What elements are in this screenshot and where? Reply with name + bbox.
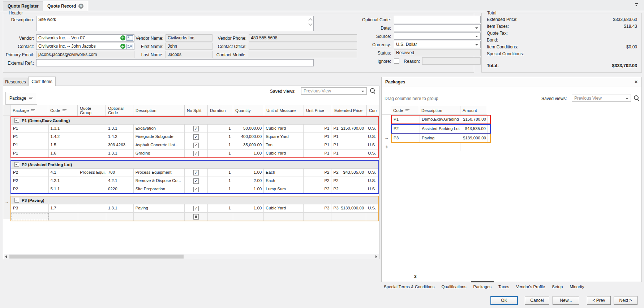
tab-packages[interactable]: Packages <box>473 285 491 289</box>
cell-description[interactable]: Finegrade Subgrade <box>134 133 185 141</box>
cell-optional-code[interactable]: 1.3.1 <box>106 149 134 157</box>
checkbox-checked-icon[interactable] <box>193 126 199 131</box>
cell-unit-price[interactable]: P3 <box>304 204 332 212</box>
cell-package[interactable]: P2 <box>11 185 49 193</box>
package-row-p2[interactable]: P2 Assisted Parking Lot $43,535.00 <box>391 124 491 134</box>
col-header-quantity[interactable]: Quantity <box>233 105 264 116</box>
cell-uom[interactable]: Ton <box>264 141 304 149</box>
cell-amount[interactable]: $43,535.00 <box>461 125 488 133</box>
currency-combo[interactable]: U.S. Dollar <box>394 41 481 48</box>
cell-no-split[interactable] <box>185 177 208 185</box>
cell-code[interactable] <box>49 213 78 221</box>
tab-special-terms[interactable]: Special Terms & Conditions <box>384 285 434 289</box>
col-header-unit-price[interactable]: Unit Price <box>304 105 332 116</box>
description-field[interactable]: Site work <box>36 16 314 31</box>
cell-package[interactable]: P3 <box>11 204 49 212</box>
cell-unit-price[interactable]: P2 <box>304 185 332 193</box>
table-row[interactable]: P1 1.4.2 1.4.2 Finegrade Subgrade 1 400,… <box>11 133 378 141</box>
cell-description[interactable]: Grading <box>134 149 185 157</box>
cell-no-split[interactable] <box>185 185 208 193</box>
cell-no-split[interactable] <box>185 125 208 133</box>
cell-code[interactable]: 1.7 <box>49 204 78 212</box>
cell-extended-price[interactable] <box>331 213 366 221</box>
cell-quantity[interactable]: 400,000.00 <box>233 133 264 141</box>
cell-currency[interactable]: U.S. <box>366 149 378 157</box>
group-by-package-chip[interactable]: Package <box>5 92 37 105</box>
chevron-down-icon[interactable] <box>626 98 628 99</box>
cell-uom[interactable]: Each <box>264 177 304 185</box>
cell-quote-group[interactable] <box>78 125 106 133</box>
close-icon[interactable]: ✕ <box>634 79 638 84</box>
cell-unit-price[interactable] <box>304 213 332 221</box>
ignore-checkbox[interactable] <box>394 58 399 64</box>
cell-code[interactable]: P3 <box>392 134 420 142</box>
col-header-no-split[interactable]: No Split <box>185 105 208 116</box>
cancel-button[interactable]: Cancel <box>525 296 549 305</box>
cell-code[interactable]: 4.2.1 <box>49 177 78 185</box>
cell-code[interactable]: 1.6 <box>49 149 78 157</box>
cell-unit-price[interactable]: P1 <box>304 141 332 149</box>
cell-quantity[interactable]: 2.00 <box>233 177 264 185</box>
cell-quote-group[interactable] <box>78 133 106 141</box>
cell-uom[interactable]: Square Yard <box>264 133 304 141</box>
package-row-p3[interactable]: P3 Paving $139,000.00 <box>391 134 491 143</box>
cell-extended-price[interactable]: P2 <box>331 177 366 185</box>
tab-quote-register[interactable]: Quote Register <box>3 1 43 11</box>
collapse-icon[interactable] <box>14 162 19 167</box>
external-ref-field[interactable] <box>36 59 314 66</box>
new-row[interactable] <box>11 213 378 221</box>
checkbox-checked-icon[interactable] <box>193 151 199 156</box>
tab-qualifications[interactable]: Qualifications <box>441 285 466 289</box>
saved-views-combo[interactable]: Previous View <box>301 87 367 95</box>
cell-extended-price[interactable]: P1 <box>331 141 366 149</box>
col-header-currency[interactable]: Curr <box>367 105 379 116</box>
date-combo[interactable] <box>394 24 481 31</box>
cell-currency[interactable]: U.S. <box>366 133 378 141</box>
cell-no-split[interactable] <box>185 149 208 157</box>
cell-quantity[interactable]: 35,000.00 <box>233 141 264 149</box>
cell-uom[interactable] <box>264 213 304 221</box>
cell-quote-group[interactable] <box>78 141 106 149</box>
cell-currency[interactable]: U.S. <box>366 185 378 193</box>
cell-quantity[interactable]: 1.00 <box>233 149 264 157</box>
cell-amount[interactable]: $150,780.00 <box>461 116 488 123</box>
chevron-down-icon[interactable] <box>475 36 478 37</box>
cell-extended-price[interactable]: P1 <box>331 133 366 141</box>
cell-description[interactable]: Excavation <box>134 125 185 133</box>
cell-unit-price[interactable]: P1 <box>304 149 332 157</box>
cell-no-split[interactable] <box>185 169 208 177</box>
cell-optional-code[interactable]: 1.3.1 <box>106 204 134 212</box>
scroll-left-icon[interactable] <box>5 255 7 258</box>
scroll-right-icon[interactable] <box>375 255 377 258</box>
vendor-phone-field[interactable]: 480 555 5698 <box>249 34 357 42</box>
checkbox-checked-icon[interactable] <box>193 178 199 184</box>
status-field[interactable]: Received <box>394 49 481 56</box>
cell-code[interactable]: 1.4.2 <box>49 133 78 141</box>
cell-duration[interactable]: 1 <box>208 141 233 149</box>
cell-quote-group[interactable] <box>78 177 106 185</box>
cell-code[interactable]: 5.1.1 <box>49 185 78 193</box>
cell-optional-code[interactable] <box>106 213 134 221</box>
contact-office-field[interactable] <box>249 43 357 50</box>
group-header-p2[interactable]: P2 (Assisted Parking Lot) <box>11 161 378 169</box>
cell-uom[interactable]: Cubic Yard <box>264 149 304 157</box>
cell-description[interactable] <box>419 143 460 151</box>
cell-currency[interactable]: U.S. <box>366 169 378 177</box>
cell-uom[interactable]: Each <box>264 169 304 177</box>
checkbox-checked-icon[interactable] <box>193 187 199 192</box>
cell-extended-price[interactable]: P1 <box>331 149 366 157</box>
cell-package[interactable]: P2 <box>11 169 49 177</box>
cell-currency[interactable]: U.S. <box>366 177 378 185</box>
search-icon[interactable] <box>634 95 640 101</box>
primary-email-field[interactable]: jacobs.jacobs@civilworks.com <box>36 51 134 58</box>
cell-description[interactable]: Assisted Parking Lot <box>420 125 461 133</box>
cell-no-split[interactable] <box>185 141 208 149</box>
cell-optional-code[interactable]: 1.4.2 <box>106 133 134 141</box>
cell-uom[interactable]: Cubic Yard <box>264 204 304 212</box>
cell-duration[interactable]: 1 <box>208 185 233 193</box>
search-icon[interactable] <box>370 88 376 94</box>
tab-minority[interactable]: Minority <box>570 285 584 289</box>
cell-duration[interactable]: 1 <box>208 204 233 212</box>
collapse-icon[interactable] <box>14 198 19 203</box>
cell-duration[interactable]: 1 <box>208 125 233 133</box>
